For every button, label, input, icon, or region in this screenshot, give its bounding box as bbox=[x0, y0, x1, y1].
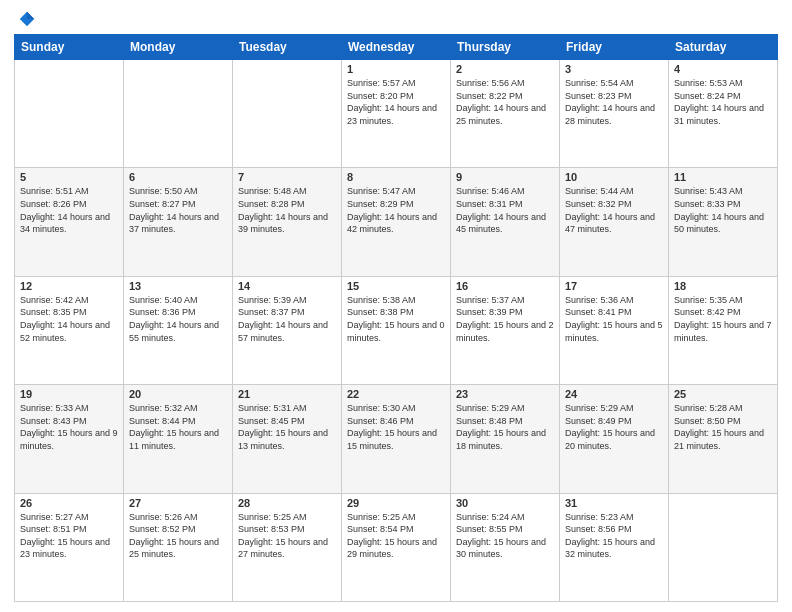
day-info: Sunrise: 5:26 AM Sunset: 8:52 PM Dayligh… bbox=[129, 511, 227, 561]
day-cell: 8Sunrise: 5:47 AM Sunset: 8:29 PM Daylig… bbox=[342, 168, 451, 276]
day-cell: 21Sunrise: 5:31 AM Sunset: 8:45 PM Dayli… bbox=[233, 385, 342, 493]
day-cell: 11Sunrise: 5:43 AM Sunset: 8:33 PM Dayli… bbox=[669, 168, 778, 276]
day-info: Sunrise: 5:50 AM Sunset: 8:27 PM Dayligh… bbox=[129, 185, 227, 235]
week-row-1: 5Sunrise: 5:51 AM Sunset: 8:26 PM Daylig… bbox=[15, 168, 778, 276]
day-number: 25 bbox=[674, 388, 772, 400]
day-number: 4 bbox=[674, 63, 772, 75]
day-info: Sunrise: 5:29 AM Sunset: 8:49 PM Dayligh… bbox=[565, 402, 663, 452]
day-cell: 9Sunrise: 5:46 AM Sunset: 8:31 PM Daylig… bbox=[451, 168, 560, 276]
day-cell: 5Sunrise: 5:51 AM Sunset: 8:26 PM Daylig… bbox=[15, 168, 124, 276]
day-number: 3 bbox=[565, 63, 663, 75]
day-cell: 2Sunrise: 5:56 AM Sunset: 8:22 PM Daylig… bbox=[451, 60, 560, 168]
day-info: Sunrise: 5:35 AM Sunset: 8:42 PM Dayligh… bbox=[674, 294, 772, 344]
day-cell bbox=[669, 493, 778, 601]
day-cell: 29Sunrise: 5:25 AM Sunset: 8:54 PM Dayli… bbox=[342, 493, 451, 601]
week-row-3: 19Sunrise: 5:33 AM Sunset: 8:43 PM Dayli… bbox=[15, 385, 778, 493]
day-number: 29 bbox=[347, 497, 445, 509]
day-info: Sunrise: 5:44 AM Sunset: 8:32 PM Dayligh… bbox=[565, 185, 663, 235]
day-info: Sunrise: 5:56 AM Sunset: 8:22 PM Dayligh… bbox=[456, 77, 554, 127]
day-cell: 4Sunrise: 5:53 AM Sunset: 8:24 PM Daylig… bbox=[669, 60, 778, 168]
day-cell: 3Sunrise: 5:54 AM Sunset: 8:23 PM Daylig… bbox=[560, 60, 669, 168]
day-number: 10 bbox=[565, 171, 663, 183]
weekday-header-saturday: Saturday bbox=[669, 35, 778, 60]
day-number: 31 bbox=[565, 497, 663, 509]
day-cell: 7Sunrise: 5:48 AM Sunset: 8:28 PM Daylig… bbox=[233, 168, 342, 276]
day-number: 7 bbox=[238, 171, 336, 183]
day-number: 30 bbox=[456, 497, 554, 509]
day-number: 15 bbox=[347, 280, 445, 292]
day-cell: 25Sunrise: 5:28 AM Sunset: 8:50 PM Dayli… bbox=[669, 385, 778, 493]
day-cell: 27Sunrise: 5:26 AM Sunset: 8:52 PM Dayli… bbox=[124, 493, 233, 601]
day-number: 18 bbox=[674, 280, 772, 292]
day-cell: 17Sunrise: 5:36 AM Sunset: 8:41 PM Dayli… bbox=[560, 276, 669, 384]
day-number: 6 bbox=[129, 171, 227, 183]
day-number: 21 bbox=[238, 388, 336, 400]
day-cell bbox=[233, 60, 342, 168]
day-number: 8 bbox=[347, 171, 445, 183]
day-info: Sunrise: 5:33 AM Sunset: 8:43 PM Dayligh… bbox=[20, 402, 118, 452]
day-info: Sunrise: 5:48 AM Sunset: 8:28 PM Dayligh… bbox=[238, 185, 336, 235]
weekday-header-sunday: Sunday bbox=[15, 35, 124, 60]
day-number: 16 bbox=[456, 280, 554, 292]
day-number: 28 bbox=[238, 497, 336, 509]
day-cell: 10Sunrise: 5:44 AM Sunset: 8:32 PM Dayli… bbox=[560, 168, 669, 276]
day-number: 2 bbox=[456, 63, 554, 75]
day-number: 26 bbox=[20, 497, 118, 509]
day-cell: 30Sunrise: 5:24 AM Sunset: 8:55 PM Dayli… bbox=[451, 493, 560, 601]
weekday-header-monday: Monday bbox=[124, 35, 233, 60]
header bbox=[14, 10, 778, 28]
day-number: 24 bbox=[565, 388, 663, 400]
logo-area bbox=[14, 10, 38, 28]
day-info: Sunrise: 5:30 AM Sunset: 8:46 PM Dayligh… bbox=[347, 402, 445, 452]
day-info: Sunrise: 5:51 AM Sunset: 8:26 PM Dayligh… bbox=[20, 185, 118, 235]
day-cell: 16Sunrise: 5:37 AM Sunset: 8:39 PM Dayli… bbox=[451, 276, 560, 384]
week-row-4: 26Sunrise: 5:27 AM Sunset: 8:51 PM Dayli… bbox=[15, 493, 778, 601]
week-row-0: 1Sunrise: 5:57 AM Sunset: 8:20 PM Daylig… bbox=[15, 60, 778, 168]
day-info: Sunrise: 5:25 AM Sunset: 8:53 PM Dayligh… bbox=[238, 511, 336, 561]
day-info: Sunrise: 5:39 AM Sunset: 8:37 PM Dayligh… bbox=[238, 294, 336, 344]
weekday-header-tuesday: Tuesday bbox=[233, 35, 342, 60]
day-info: Sunrise: 5:27 AM Sunset: 8:51 PM Dayligh… bbox=[20, 511, 118, 561]
day-info: Sunrise: 5:31 AM Sunset: 8:45 PM Dayligh… bbox=[238, 402, 336, 452]
day-info: Sunrise: 5:23 AM Sunset: 8:56 PM Dayligh… bbox=[565, 511, 663, 561]
day-cell: 13Sunrise: 5:40 AM Sunset: 8:36 PM Dayli… bbox=[124, 276, 233, 384]
day-number: 23 bbox=[456, 388, 554, 400]
day-number: 20 bbox=[129, 388, 227, 400]
day-info: Sunrise: 5:53 AM Sunset: 8:24 PM Dayligh… bbox=[674, 77, 772, 127]
day-cell: 18Sunrise: 5:35 AM Sunset: 8:42 PM Dayli… bbox=[669, 276, 778, 384]
day-info: Sunrise: 5:43 AM Sunset: 8:33 PM Dayligh… bbox=[674, 185, 772, 235]
day-cell: 23Sunrise: 5:29 AM Sunset: 8:48 PM Dayli… bbox=[451, 385, 560, 493]
day-info: Sunrise: 5:32 AM Sunset: 8:44 PM Dayligh… bbox=[129, 402, 227, 452]
day-cell bbox=[15, 60, 124, 168]
day-number: 22 bbox=[347, 388, 445, 400]
day-number: 1 bbox=[347, 63, 445, 75]
day-info: Sunrise: 5:46 AM Sunset: 8:31 PM Dayligh… bbox=[456, 185, 554, 235]
weekday-header-row: SundayMondayTuesdayWednesdayThursdayFrid… bbox=[15, 35, 778, 60]
day-info: Sunrise: 5:47 AM Sunset: 8:29 PM Dayligh… bbox=[347, 185, 445, 235]
svg-marker-1 bbox=[27, 12, 34, 19]
day-info: Sunrise: 5:24 AM Sunset: 8:55 PM Dayligh… bbox=[456, 511, 554, 561]
week-row-2: 12Sunrise: 5:42 AM Sunset: 8:35 PM Dayli… bbox=[15, 276, 778, 384]
day-cell: 28Sunrise: 5:25 AM Sunset: 8:53 PM Dayli… bbox=[233, 493, 342, 601]
day-number: 17 bbox=[565, 280, 663, 292]
day-info: Sunrise: 5:37 AM Sunset: 8:39 PM Dayligh… bbox=[456, 294, 554, 344]
day-cell: 15Sunrise: 5:38 AM Sunset: 8:38 PM Dayli… bbox=[342, 276, 451, 384]
logo-text bbox=[14, 10, 38, 28]
day-number: 5 bbox=[20, 171, 118, 183]
day-cell: 22Sunrise: 5:30 AM Sunset: 8:46 PM Dayli… bbox=[342, 385, 451, 493]
day-cell: 1Sunrise: 5:57 AM Sunset: 8:20 PM Daylig… bbox=[342, 60, 451, 168]
day-cell: 19Sunrise: 5:33 AM Sunset: 8:43 PM Dayli… bbox=[15, 385, 124, 493]
weekday-header-thursday: Thursday bbox=[451, 35, 560, 60]
day-number: 11 bbox=[674, 171, 772, 183]
day-number: 13 bbox=[129, 280, 227, 292]
calendar-table: SundayMondayTuesdayWednesdayThursdayFrid… bbox=[14, 34, 778, 602]
logo-icon bbox=[18, 10, 36, 28]
day-info: Sunrise: 5:54 AM Sunset: 8:23 PM Dayligh… bbox=[565, 77, 663, 127]
day-info: Sunrise: 5:57 AM Sunset: 8:20 PM Dayligh… bbox=[347, 77, 445, 127]
day-info: Sunrise: 5:42 AM Sunset: 8:35 PM Dayligh… bbox=[20, 294, 118, 344]
day-cell: 12Sunrise: 5:42 AM Sunset: 8:35 PM Dayli… bbox=[15, 276, 124, 384]
day-info: Sunrise: 5:38 AM Sunset: 8:38 PM Dayligh… bbox=[347, 294, 445, 344]
page: SundayMondayTuesdayWednesdayThursdayFrid… bbox=[0, 0, 792, 612]
day-cell: 26Sunrise: 5:27 AM Sunset: 8:51 PM Dayli… bbox=[15, 493, 124, 601]
day-cell: 6Sunrise: 5:50 AM Sunset: 8:27 PM Daylig… bbox=[124, 168, 233, 276]
